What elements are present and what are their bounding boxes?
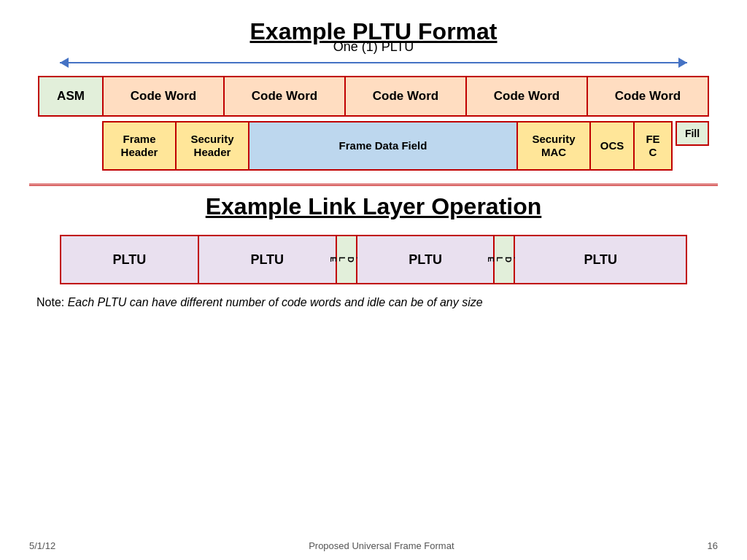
pltu-cell-3: PLTU [357, 236, 495, 283]
ocs-cell: OCS [591, 122, 635, 169]
pltu-arrow-row: One (1) PLTU [38, 52, 709, 73]
idle-cell-1: IDLE [337, 236, 357, 283]
asm-cell: ASM [39, 77, 104, 115]
frame-data-cell: Frame Data Field [249, 122, 518, 169]
fill-cell: Fill [676, 121, 709, 146]
codeword-cell-2: Code Word [225, 77, 346, 115]
pltu-cell-4: PLTU [515, 236, 686, 283]
pltu-cell-1: PLTU [61, 236, 199, 283]
codeword-row: ASM Code Word Code Word Code Word Code W… [38, 76, 709, 117]
frame-outer: FrameHeader SecurityHeader Frame Data Fi… [102, 121, 709, 171]
security-mac-cell: SecurityMAC [518, 122, 591, 169]
idle-cell-2: IDLE [495, 236, 515, 283]
footer-center: Proposed Universal Frame Format [309, 540, 454, 551]
security-header-cell: SecurityHeader [177, 122, 249, 169]
section-divider [29, 184, 718, 186]
pltu-format-section: One (1) PLTU ASM Code Word Code Word Cod… [38, 52, 709, 174]
note-content: Each PLTU can have different number of c… [64, 296, 482, 308]
frame-header-cell: FrameHeader [104, 122, 177, 169]
codeword-cell-3: Code Word [346, 77, 467, 115]
footer-date: 5/1/12 [29, 540, 55, 551]
pltu-arrow-line [60, 62, 687, 63]
note-prefix: Note: [36, 296, 64, 308]
note-text: Note: Each PLTU can have different numbe… [36, 296, 718, 309]
footer-page: 16 [708, 540, 718, 551]
pltu-cell-2: PLTU [199, 236, 337, 283]
codeword-cell-1: Code Word [104, 77, 225, 115]
codeword-cell-5: Code Word [588, 77, 708, 115]
codeword-cell-4: Code Word [467, 77, 588, 115]
pltu-arrow-label: One (1) PLTU [333, 39, 414, 55]
footer: 5/1/12 Proposed Universal Frame Format 1… [0, 540, 747, 551]
link-layer-title: Example Link Layer Operation [29, 193, 718, 220]
pltu-row: PLTU PLTU IDLE PLTU IDLE PLTU [60, 235, 687, 284]
frame-row: FrameHeader SecurityHeader Frame Data Fi… [102, 121, 673, 171]
fec-cell: FEC [635, 122, 671, 169]
